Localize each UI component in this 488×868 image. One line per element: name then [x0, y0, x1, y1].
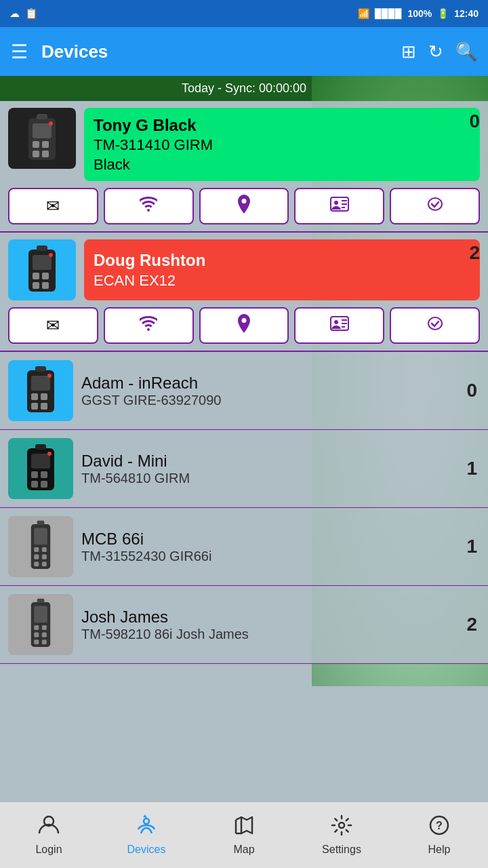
- svg-rect-33: [41, 403, 47, 410]
- wifi-btn-tony[interactable]: [104, 188, 194, 224]
- svg-rect-4: [33, 151, 39, 157]
- device-badge-adam: 0: [466, 380, 477, 401]
- svg-rect-17: [42, 273, 49, 279]
- svg-rect-48: [34, 555, 39, 559]
- nav-item-settings[interactable]: Settings: [293, 814, 390, 856]
- device-row-doug[interactable]: Doug Rushton ECAN EX12 2: [0, 233, 488, 303]
- svg-text:?: ?: [436, 820, 443, 831]
- location-btn-doug[interactable]: [199, 307, 289, 344]
- page-title: Devices: [41, 41, 401, 62]
- contact-icon-doug: [330, 316, 349, 335]
- contact-btn-doug[interactable]: [294, 307, 384, 344]
- svg-rect-3: [42, 141, 49, 148]
- settings-icon: [331, 814, 352, 841]
- svg-rect-37: [31, 454, 50, 469]
- device-icon-adam: [8, 360, 73, 421]
- svg-rect-19: [42, 282, 49, 289]
- svg-rect-15: [33, 255, 52, 270]
- message-icon: ✉: [46, 197, 60, 216]
- svg-rect-54: [34, 606, 47, 623]
- message-btn-tony[interactable]: ✉: [8, 188, 98, 224]
- check-btn-tony[interactable]: [390, 188, 480, 224]
- device-list: Tony G Black TM-311410 GIRMBlack 0 ✉: [0, 101, 488, 664]
- battery-status: 100%: [407, 8, 432, 19]
- check-icon: [426, 197, 444, 216]
- svg-rect-1: [33, 123, 52, 138]
- cloud-icon: ☁: [9, 7, 20, 20]
- svg-rect-5: [42, 151, 49, 157]
- device-icon-david: [8, 438, 73, 499]
- status-right-icons: 📶 ▉▉▉▉ 100% 🔋 12:40: [358, 8, 479, 19]
- nav-item-map[interactable]: Map: [195, 814, 293, 856]
- svg-rect-59: [34, 640, 39, 645]
- device-item-doug: Doug Rushton ECAN EX12 2 ✉: [0, 233, 488, 352]
- svg-rect-38: [31, 471, 38, 478]
- nav-item-login[interactable]: Login: [0, 814, 98, 856]
- svg-rect-18: [33, 282, 39, 289]
- svg-rect-51: [42, 562, 47, 567]
- map-icon: [233, 814, 255, 841]
- device-icon-tony: [8, 108, 76, 169]
- svg-point-21: [49, 253, 53, 257]
- device-model-doug: ECAN EX12: [94, 271, 470, 291]
- svg-rect-46: [34, 547, 39, 552]
- contact-icon: [330, 197, 349, 216]
- check-btn-doug[interactable]: [390, 307, 480, 344]
- device-namebox-doug[interactable]: Doug Rushton ECAN EX12: [84, 239, 480, 300]
- svg-rect-52: [37, 521, 45, 525]
- svg-point-27: [428, 317, 442, 330]
- device-item-mcb[interactable]: MCB 66i TM-31552430 GIR66i 1: [0, 508, 488, 586]
- nav-item-devices[interactable]: Devices: [98, 814, 195, 856]
- device-row-tony[interactable]: Tony G Black TM-311410 GIRMBlack 0: [0, 101, 488, 184]
- svg-rect-57: [34, 633, 39, 637]
- device-name-tony: Tony G Black: [94, 115, 470, 136]
- svg-rect-32: [31, 403, 38, 410]
- device-item-david[interactable]: David - Mini TM-564810 GIRM 1: [0, 430, 488, 508]
- refresh-icon[interactable]: ↻: [428, 41, 443, 62]
- svg-rect-6: [37, 114, 47, 119]
- search-icon[interactable]: 🔍: [455, 41, 477, 62]
- svg-rect-16: [33, 273, 39, 279]
- device-namebox-tony[interactable]: Tony G Black TM-311410 GIRMBlack: [84, 108, 480, 181]
- device-name-mcb: MCB 66i: [81, 530, 480, 549]
- svg-point-13: [428, 198, 442, 210]
- device-model-adam: GGST GIRE-63927090: [81, 393, 480, 408]
- contact-btn-tony[interactable]: [294, 188, 384, 224]
- svg-point-9: [334, 201, 338, 205]
- wifi-icon: [140, 197, 157, 216]
- svg-rect-31: [41, 393, 47, 400]
- nav-label-map: Map: [233, 844, 254, 856]
- device-icon-doug: [8, 239, 76, 300]
- message-icon-doug: ✉: [46, 316, 60, 335]
- svg-rect-41: [41, 481, 47, 488]
- device-badge-david: 1: [466, 458, 477, 479]
- device-badge-josh: 2: [466, 614, 477, 635]
- nav-label-help: Help: [428, 844, 451, 856]
- device-info-adam: Adam - inReach GGST GIRE-63927090: [81, 374, 480, 408]
- wifi-btn-doug[interactable]: [104, 307, 194, 344]
- svg-rect-50: [34, 562, 39, 567]
- device-item-josh[interactable]: Josh James TM-598210 86i Josh James 2: [0, 586, 488, 664]
- nav-item-help[interactable]: ? Help: [390, 814, 488, 856]
- svg-point-68: [339, 823, 344, 828]
- menu-icon[interactable]: ☰: [11, 41, 28, 63]
- location-btn-tony[interactable]: [199, 188, 289, 224]
- login-icon: [38, 814, 60, 841]
- device-name-adam: Adam - inReach: [81, 374, 480, 393]
- wifi-status-icon: 📶: [358, 8, 369, 19]
- calendar-icon[interactable]: ⊞: [401, 41, 416, 62]
- status-bar: ☁ 📋 📶 ▉▉▉▉ 100% 🔋 12:40: [0, 0, 488, 27]
- nav-label-devices: Devices: [127, 844, 166, 856]
- devices-nav-icon: [136, 814, 157, 841]
- svg-rect-45: [34, 528, 47, 545]
- signal-icon: ▉▉▉▉: [375, 9, 402, 19]
- device-model-david: TM-564810 GIRM: [81, 471, 480, 486]
- svg-point-7: [49, 121, 53, 125]
- message-btn-doug[interactable]: ✉: [8, 307, 98, 344]
- svg-point-43: [47, 452, 52, 456]
- device-item-adam[interactable]: Adam - inReach GGST GIRE-63927090 0: [0, 352, 488, 430]
- device-icon-josh: [8, 594, 73, 655]
- battery-icon: 🔋: [437, 8, 449, 19]
- svg-rect-42: [35, 444, 46, 450]
- sync-text: Today - Sync: 00:00:00: [182, 81, 306, 95]
